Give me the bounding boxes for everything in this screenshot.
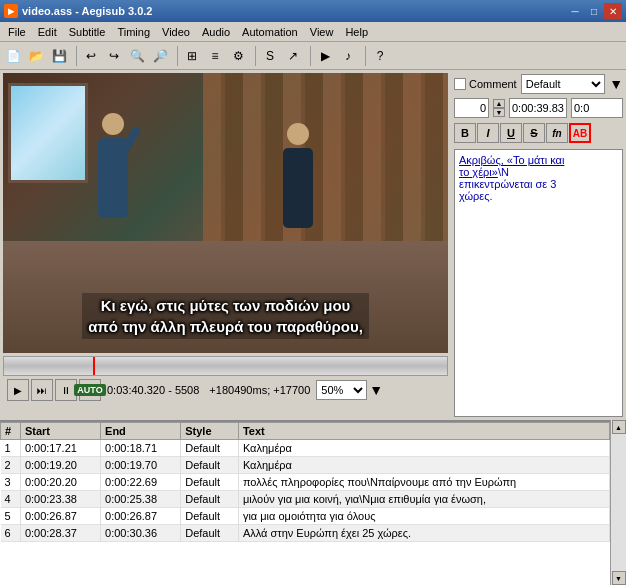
next-button[interactable]: ⏭: [31, 379, 53, 401]
right-panel: Comment Default ▼ ▲ ▼ 0:00:39.83 0:0 B I…: [451, 70, 626, 420]
titlebar: ▶ video.ass - Aegisub 3.0.2 ─ □ ✕: [0, 0, 626, 22]
table-wrapper: # Start End Style Text 1 0:00:17.21 0:00…: [0, 420, 626, 585]
audio-button[interactable]: ♪: [337, 45, 359, 67]
open-button[interactable]: 📂: [25, 45, 47, 67]
cell-num: 4: [1, 491, 21, 508]
play-button[interactable]: ▶: [7, 379, 29, 401]
cell-end: 0:00:19.70: [101, 457, 181, 474]
redo-button[interactable]: ↪: [103, 45, 125, 67]
strikethrough-button[interactable]: S: [523, 123, 545, 143]
table-row[interactable]: 6 0:00:28.37 0:00:30.36 Default Αλλά στη…: [1, 525, 610, 542]
cell-num: 6: [1, 525, 21, 542]
cell-num: 5: [1, 508, 21, 525]
menu-video[interactable]: Video: [156, 24, 196, 40]
playback-controls: ▶ ⏭ ⏸ AUTO 0:03:40.320 - 5508 +180490ms;…: [3, 376, 448, 404]
cell-start: 0:00:26.87: [20, 508, 100, 525]
font-button[interactable]: fn: [546, 123, 568, 143]
table-row[interactable]: 1 0:00:17.21 0:00:18.71 Default Καλημέρα: [1, 440, 610, 457]
timeline-bar: [4, 357, 447, 375]
config-button[interactable]: ⚙: [227, 45, 249, 67]
menubar: File Edit Subtitle Timing Video Audio Au…: [0, 22, 626, 42]
table-row[interactable]: 2 0:00:19.20 0:00:19.70 Default Καλημέρα: [1, 457, 610, 474]
cell-end: 0:00:18.71: [101, 440, 181, 457]
timeline-area[interactable]: [3, 356, 448, 376]
layer-spin-down[interactable]: ▼: [493, 108, 505, 117]
zoom-dropdown-arrow[interactable]: ▼: [369, 382, 383, 398]
cell-end: 0:00:22.69: [101, 474, 181, 491]
cell-start: 0:00:17.21: [20, 440, 100, 457]
layer-spin-up[interactable]: ▲: [493, 99, 505, 108]
italic-button[interactable]: I: [477, 123, 499, 143]
find-button[interactable]: 🔍: [126, 45, 148, 67]
grid-button[interactable]: ⊞: [181, 45, 203, 67]
scroll-up-button[interactable]: ▲: [612, 420, 626, 434]
video-frame: Κι εγώ, στις μύτες των ποδιών μου από τη…: [3, 73, 448, 353]
style-dropdown-arrow[interactable]: ▼: [609, 76, 623, 92]
style-dropdown[interactable]: Default: [521, 74, 605, 94]
cell-style: Default: [181, 457, 239, 474]
table-row[interactable]: 3 0:00:20.20 0:00:22.69 Default πολλές π…: [1, 474, 610, 491]
list-button[interactable]: ≡: [204, 45, 226, 67]
mark-button[interactable]: S: [259, 45, 281, 67]
table-scrollbar[interactable]: ▲ ▼: [610, 420, 626, 585]
menu-automation[interactable]: Automation: [236, 24, 304, 40]
menu-file[interactable]: File: [2, 24, 32, 40]
export-button[interactable]: ↗: [282, 45, 304, 67]
save-button[interactable]: 💾: [48, 45, 70, 67]
cell-style: Default: [181, 474, 239, 491]
menu-timing[interactable]: Timing: [111, 24, 156, 40]
subtitle-overlay: Κι εγώ, στις μύτες των ποδιών μου από τη…: [3, 289, 448, 343]
subtitle-table-container[interactable]: # Start End Style Text 1 0:00:17.21 0:00…: [0, 420, 610, 585]
table-row[interactable]: 4 0:00:23.38 0:00:25.38 Default μιλούν γ…: [1, 491, 610, 508]
new-button[interactable]: 📄: [2, 45, 24, 67]
scroll-down-button[interactable]: ▼: [612, 571, 626, 585]
cell-text: για μια ομοιότητα για όλους: [238, 508, 609, 525]
text-editor[interactable]: Ακριβώς, «Το μάτι και το χέρι»\N επικεντ…: [454, 149, 623, 417]
cell-style: Default: [181, 491, 239, 508]
layer-input[interactable]: [454, 98, 489, 118]
cell-text: Καλημέρα: [238, 440, 609, 457]
cell-text: Αλλά στην Ευρώπη έχει 25 χώρες.: [238, 525, 609, 542]
comment-checkbox[interactable]: [454, 78, 466, 90]
table-row[interactable]: 5 0:00:26.87 0:00:26.87 Default για μια …: [1, 508, 610, 525]
cell-num: 2: [1, 457, 21, 474]
auto-badge: AUTO: [74, 384, 105, 396]
cell-start: 0:00:23.38: [20, 491, 100, 508]
editor-text-line3: επικεντρώνεται σε 3: [459, 178, 556, 190]
zoom-select[interactable]: 25%50%75%100%150%200%: [316, 380, 367, 400]
color-button[interactable]: AB: [569, 123, 591, 143]
toolbar-sep-3: [252, 46, 256, 66]
timeline-cursor: [93, 357, 95, 375]
cell-style: Default: [181, 440, 239, 457]
time-display: 0:03:40.320 - 5508: [103, 384, 203, 396]
comment-label[interactable]: Comment: [454, 78, 517, 90]
editor-text-line1: Ακριβώς, «Το μάτι και: [459, 154, 564, 166]
undo-button[interactable]: ↩: [80, 45, 102, 67]
cell-style: Default: [181, 508, 239, 525]
menu-help[interactable]: Help: [339, 24, 374, 40]
bold-button[interactable]: B: [454, 123, 476, 143]
video-open-button[interactable]: ▶: [314, 45, 336, 67]
figure-2: [268, 123, 328, 273]
menu-edit[interactable]: Edit: [32, 24, 63, 40]
cell-text: Καλημέρα: [238, 457, 609, 474]
underline-button[interactable]: U: [500, 123, 522, 143]
maximize-button[interactable]: □: [585, 3, 603, 19]
toolbar-sep-5: [362, 46, 366, 66]
menu-view[interactable]: View: [304, 24, 340, 40]
cell-num: 1: [1, 440, 21, 457]
close-button[interactable]: ✕: [604, 3, 622, 19]
cell-start: 0:00:28.37: [20, 525, 100, 542]
titlebar-title: video.ass - Aegisub 3.0.2: [22, 5, 152, 17]
auto-button[interactable]: AUTO: [79, 379, 101, 401]
timing-row: ▲ ▼ 0:00:39.83 0:0: [454, 97, 623, 119]
titlebar-left: ▶ video.ass - Aegisub 3.0.2: [4, 4, 152, 18]
zoom-in-button[interactable]: 🔎: [149, 45, 171, 67]
cell-start: 0:00:20.20: [20, 474, 100, 491]
menu-audio[interactable]: Audio: [196, 24, 236, 40]
col-end: End: [101, 423, 181, 440]
minimize-button[interactable]: ─: [566, 3, 584, 19]
help-button[interactable]: ?: [369, 45, 391, 67]
window-area: [8, 83, 88, 183]
menu-subtitle[interactable]: Subtitle: [63, 24, 112, 40]
